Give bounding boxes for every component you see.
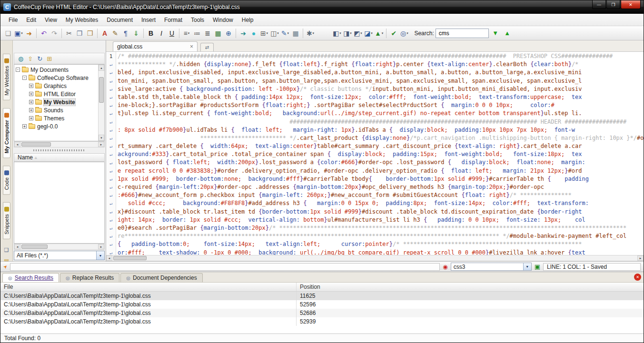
toolbar-design-pane-button[interactable]: ◩▾: [353, 28, 363, 39]
result-row[interactable]: C:\Users\Baiba\AppData\Local\Temp\fz3tem…: [0, 317, 644, 326]
toolbar-insert-rule-button[interactable]: ➔: [238, 28, 248, 39]
expand-icon[interactable]: +: [22, 124, 27, 128]
menu-view[interactable]: View: [40, 15, 61, 25]
results-tab-search-results[interactable]: ◎Search Results: [2, 273, 59, 282]
scroll-up-button[interactable]: ▲: [99, 65, 104, 71]
toolbar-paste-button[interactable]: ❒: [85, 28, 95, 39]
scroll-thumb[interactable]: [21, 245, 48, 249]
toolbar-new-document-button[interactable]: ❏: [3, 28, 13, 39]
toolbar-edit-tag-button[interactable]: ✎▾: [280, 28, 290, 39]
scroll-right-button[interactable]: ►: [98, 244, 104, 249]
toolbar-spell-check-button[interactable]: ✔: [388, 28, 399, 39]
syntax-mode-select[interactable]: css3 ▼: [451, 263, 532, 271]
toolbar-insert-download-button[interactable]: ⇓: [131, 28, 141, 39]
toolbar-find-button[interactable]: ◎▾: [399, 28, 409, 39]
tree-item-coffeecup-software[interactable]: -CoffeeCup Software: [14, 74, 104, 82]
menu-my-websites[interactable]: My Websites: [61, 15, 102, 25]
toolbar-copy-button[interactable]: ❐: [74, 28, 85, 39]
scroll-track[interactable]: [99, 71, 104, 135]
validator-icon[interactable]: ◉: [443, 264, 447, 270]
menu-window[interactable]: Window: [208, 15, 238, 25]
toolbar-table-designer-button[interactable]: ▦: [290, 28, 301, 39]
toolbar-publish-button[interactable]: ➜: [24, 28, 34, 39]
scroll-thumb[interactable]: [99, 77, 104, 103]
collapse-panel-icon[interactable]: ❑: [4, 247, 9, 253]
file-filter-select[interactable]: All Files (*.*) ▼: [14, 251, 105, 260]
toolbar-cut-button[interactable]: ✂: [64, 28, 74, 39]
expand-icon[interactable]: +: [29, 100, 33, 104]
menu-edit[interactable]: Edit: [22, 15, 40, 25]
file-list[interactable]: [14, 162, 105, 244]
toolbar-paragraph-marks-button[interactable]: ¶: [120, 28, 131, 39]
toolbar-insert-image-button[interactable]: ▦: [213, 28, 223, 39]
scroll-left-button[interactable]: ◄: [14, 244, 20, 249]
expand-icon[interactable]: +: [29, 116, 33, 120]
new-folder-button[interactable]: ⊞: [47, 56, 52, 62]
toolbar-insert-table-button[interactable]: ⊞▾: [259, 28, 269, 39]
side-tab-my-websites[interactable]: My Websites: [3, 54, 10, 100]
toolbar-insert-form-button[interactable]: ◫▾: [269, 28, 280, 39]
tree-item-my-documents[interactable]: -My Documents: [14, 66, 104, 74]
code-area[interactable]: 1↵↵↵↵↵↵↵↵↵↵↵↵↵↵↵↵↵↵↵↵↵↵↵↵ /* ###########…: [106, 52, 644, 255]
maximize-button[interactable]: ❐: [606, 0, 620, 9]
minimize-button[interactable]: —: [592, 0, 606, 9]
close-button[interactable]: ✕: [621, 0, 641, 9]
side-tab-snippets[interactable]: Snippets: [3, 202, 10, 239]
toolbar-code-pane-button[interactable]: ◨▾: [342, 28, 353, 39]
toolbar-upload-button[interactable]: ▲▾: [374, 28, 384, 39]
browse-web-button[interactable]: ◍: [18, 56, 23, 62]
result-row[interactable]: C:\Users\Baiba\AppData\Local\Temp\fz3tem…: [0, 292, 644, 300]
code-text[interactable]: /* #####################################…: [116, 52, 644, 255]
menu-help[interactable]: Help: [238, 15, 258, 25]
toolbar-preview-pane-button[interactable]: ◧▾: [332, 28, 342, 39]
tree-item-graphics[interactable]: +Graphics: [14, 82, 104, 90]
scroll-left-button[interactable]: ◄: [106, 255, 112, 261]
side-tab-my-computer[interactable]: My Computer: [3, 108, 10, 158]
collapse-icon[interactable]: -: [22, 76, 27, 80]
close-tab-icon[interactable]: ×: [190, 43, 193, 50]
refresh-button[interactable]: ↻: [37, 56, 42, 62]
menu-document[interactable]: Document: [102, 15, 137, 25]
scroll-right-button[interactable]: ►: [98, 142, 104, 147]
search-next-button[interactable]: ▼: [490, 28, 501, 39]
toolbar-browser-preview-button[interactable]: ◪▾: [363, 28, 374, 39]
result-row[interactable]: C:\Users\Baiba\AppData\Local\Temp\fz3tem…: [0, 309, 644, 317]
tree-item-my-website[interactable]: +My Website: [14, 98, 104, 106]
toolbar-save-button[interactable]: ▣▾: [13, 28, 24, 39]
menu-insert[interactable]: Insert: [137, 15, 160, 25]
scroll-down-button[interactable]: ▼: [99, 135, 104, 141]
titlebar[interactable]: C CoffeeCup Free HTML Editor - C:\Users\…: [0, 0, 644, 14]
expand-icon[interactable]: +: [29, 92, 33, 96]
scroll-thumb[interactable]: [113, 256, 147, 260]
scroll-right-button[interactable]: ►: [637, 255, 644, 261]
toolbar-numbered-list-button[interactable]: ≣: [202, 28, 213, 39]
results-tab-replace-results[interactable]: ◎Replace Results: [60, 273, 119, 282]
tree-item-themes[interactable]: +Themes: [14, 114, 104, 122]
toolbar-edit-style-button[interactable]: ✎: [110, 28, 120, 39]
toolbar-insert-media-button[interactable]: ●: [248, 28, 259, 39]
panel-toggle-icon[interactable]: ➤: [2, 264, 9, 270]
toolbar-underline-button[interactable]: U: [167, 28, 177, 39]
tree-item-sounds[interactable]: +Sounds: [14, 106, 104, 114]
up-directory-button[interactable]: ⇧: [28, 56, 33, 62]
result-row[interactable]: C:\Users\Baiba\AppData\Local\Temp\fz3tem…: [0, 300, 644, 309]
menu-format[interactable]: Format: [160, 15, 187, 25]
tree-item-html-editor[interactable]: +HTML Editor: [14, 90, 104, 98]
position-column-header[interactable]: Position: [297, 283, 644, 291]
toolbar-settings-button[interactable]: ✱▾: [305, 28, 316, 39]
scroll-track[interactable]: [20, 244, 98, 249]
scroll-track[interactable]: [20, 142, 98, 147]
scroll-left-button[interactable]: ◄: [14, 142, 20, 147]
toolbar-bold-button[interactable]: B: [146, 28, 156, 39]
scroll-thumb[interactable]: [21, 142, 51, 147]
scroll-track[interactable]: [112, 255, 637, 261]
collapse-icon[interactable]: -: [16, 68, 20, 72]
name-column-header[interactable]: Name ▵: [14, 153, 105, 162]
panel-splitter[interactable]: [13, 147, 106, 153]
toolbar-redo-button[interactable]: ↷: [49, 28, 59, 39]
toolbar-font-color-button[interactable]: A: [99, 28, 110, 39]
toolbar-bullet-list-button[interactable]: ≔: [192, 28, 202, 39]
menu-tools[interactable]: Tools: [187, 15, 208, 25]
toolbar-align-button[interactable]: ≡▾: [181, 28, 192, 39]
menu-file[interactable]: File: [4, 15, 22, 25]
